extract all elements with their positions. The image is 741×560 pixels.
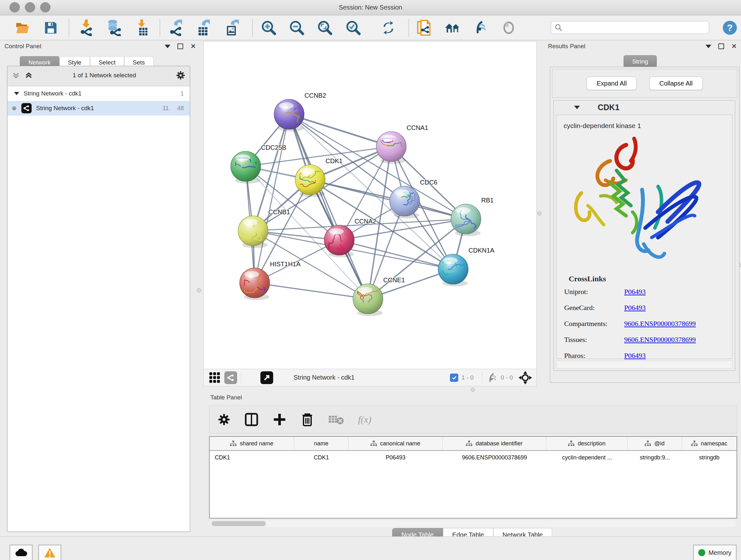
zoom-out-icon[interactable] [289,20,305,36]
edge-CCNB2-CCNA1 [289,114,391,146]
crosslink-row: Uniprot: P06493 [564,288,732,296]
svg-text:CCNB1: CCNB1 [268,208,290,215]
string-network-graph[interactable]: CCNB2CCNA1CDC25BCDK1CDC6RB1CCNB1CCNA2CDK… [204,42,536,369]
network-options-gear-icon[interactable] [176,71,185,80]
expand-all-icon[interactable] [24,71,33,79]
node-CCNB1: CCNB1 [238,208,290,248]
protein-section-expander-icon[interactable] [574,106,580,109]
expand-all-button[interactable]: Expand All [587,77,636,90]
open-in-window-icon[interactable] [260,371,273,384]
collapse-all-button[interactable]: Collapse All [650,77,703,90]
edge-CCNB2-CCNE1 [289,114,368,299]
window-zoom-button[interactable] [40,2,51,12]
home-pages-icon[interactable] [445,20,461,36]
collection-count: 1 [180,90,184,97]
warnings-button[interactable] [38,545,61,560]
column-header[interactable]: description [546,437,628,450]
scrollbar-thumb[interactable] [212,521,266,526]
help-icon[interactable]: ? [722,20,738,36]
panel-menu-icon[interactable] [165,45,171,48]
function-builder-icon[interactable]: f(x) [358,414,372,425]
table-row[interactable]: CDK1 CDK1 P06493 9606.ENSP00000378699 cy… [210,451,737,464]
hide-panel-icon[interactable] [473,20,488,36]
export-table-icon[interactable] [196,20,212,36]
tab-string[interactable]: String [623,55,657,68]
split-columns-icon[interactable] [245,413,259,427]
node-CDKN1A: CDKN1A [438,247,495,287]
column-header[interactable]: canonical name [348,437,443,450]
collection-expander-icon[interactable] [14,92,19,95]
import-table-icon[interactable] [135,20,151,36]
save-session-icon[interactable] [43,20,59,36]
import-database-icon[interactable] [106,20,122,36]
column-header[interactable]: database identifier [443,437,546,450]
protein-description: cyclin-dependent kinase 1 [563,122,732,130]
edge-HIST1H1A-CCNE1 [255,283,368,299]
export-network-icon[interactable] [169,20,185,36]
crosslink-label: Compartments: [564,320,624,328]
delete-table-icon[interactable] [328,414,344,425]
crosslinks-heading: CrossLinks [569,274,732,283]
share-document-icon[interactable] [416,20,432,36]
birds-eye-grid-icon[interactable] [209,372,220,383]
close-panel-icon[interactable]: ✕ [731,44,737,49]
table-horizontal-scrollbar[interactable] [210,520,736,527]
zoom-fit-icon[interactable] [317,20,333,36]
table-options-gear-icon[interactable] [218,413,230,426]
column-header[interactable]: namespac [682,437,737,450]
crosslink-row: Compartments: 9606.ENSP00000378699 [564,320,732,328]
close-panel-icon[interactable]: ✕ [190,44,196,49]
network-share-icon[interactable] [224,371,237,384]
svg-text:CCNA1: CCNA1 [407,124,428,131]
svg-text:CDKN1A: CDKN1A [468,247,495,254]
export-image-icon[interactable] [224,20,240,36]
results-horizontal-scrollbar[interactable] [556,361,732,368]
svg-text:CCNE1: CCNE1 [383,276,405,284]
crosslink-link[interactable]: P06493 [624,288,646,296]
column-header[interactable]: @id [628,437,682,450]
add-column-icon[interactable] [273,413,286,427]
crosslink-label: Uniprot: [564,288,624,296]
crosslink-link[interactable]: 9606.ENSP00000378699 [624,335,696,344]
open-session-icon[interactable] [14,20,30,36]
warning-icon [44,548,56,558]
hidden-items-eye-icon[interactable] [486,373,497,382]
left-splitter-handle[interactable] [197,288,201,293]
show-panel-icon[interactable] [501,20,517,36]
crosslink-link[interactable]: 9606.ENSP00000378699 [624,320,696,328]
window-close-button[interactable] [10,2,20,12]
selected-checkbox-icon[interactable] [450,374,458,382]
search-input[interactable] [551,21,709,34]
collection-label: String Network - cdk1 [23,90,82,97]
cell-shared-name: CDK1 [210,451,294,464]
zoom-in-icon[interactable] [261,20,277,36]
node-table[interactable]: shared name name canonical name database… [209,436,737,518]
network-collection-row[interactable]: String Network - cdk1 1 [8,86,190,101]
panel-menu-icon[interactable] [705,45,711,48]
memory-button[interactable]: Memory [693,545,737,560]
zoom-selected-icon[interactable] [345,20,361,36]
float-panel-icon[interactable] [718,44,724,49]
cloud-status-button[interactable] [10,545,32,560]
status-bar: Memory [0,537,741,560]
results-panel: Results Panel ✕ String Expand All Collap… [539,40,741,391]
delete-column-icon[interactable] [300,412,314,427]
window-minimize-button[interactable] [25,2,35,12]
import-network-icon[interactable] [78,20,94,36]
collapse-all-icon[interactable] [12,71,20,79]
refresh-icon[interactable] [381,20,396,36]
hidden-node-edge-counts: 0 - 0 [501,374,513,381]
svg-text:?: ? [727,22,733,33]
pan-crosshair-icon[interactable] [519,371,532,384]
column-header[interactable]: shared name [210,437,294,450]
crosslink-link[interactable]: P06493 [624,352,646,360]
column-header[interactable]: name [294,437,348,450]
network-row-selected[interactable]: String Network - cdk1 11 48 [8,101,190,116]
network-view-canvas[interactable]: CCNB2CCNA1CDC25BCDK1CDC6RB1CCNB1CCNA2CDK… [203,41,537,369]
toolbar-separator [408,19,409,37]
crosslink-link[interactable]: P06493 [624,304,646,312]
float-panel-icon[interactable] [178,44,183,49]
protein-section: CDK1 cyclin-dependent kinase 1 [553,100,735,371]
node-RB1: RB1 [451,197,494,236]
node-CDC6: CDC6 [390,179,437,219]
